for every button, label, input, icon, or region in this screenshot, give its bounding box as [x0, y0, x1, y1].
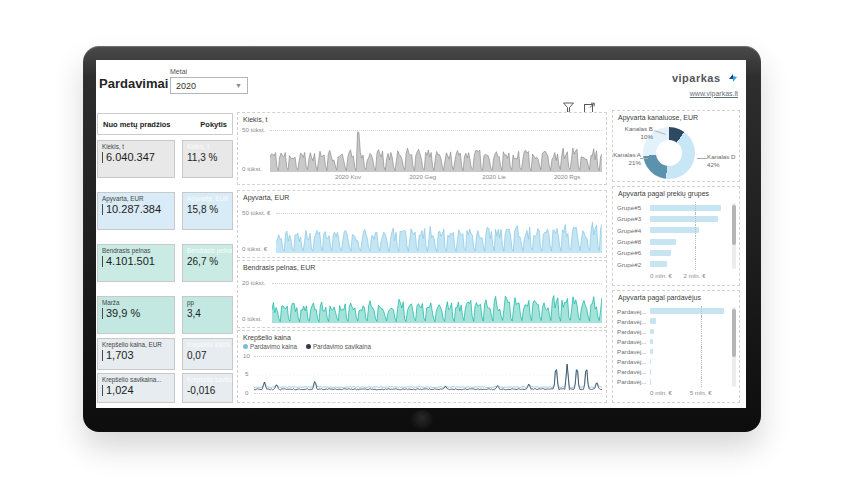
bar-category-label: Pardavėj... — [617, 318, 650, 325]
chart-pelnas-title: Bendrasis pelnas, EUR — [243, 264, 315, 271]
chart-pardavejai[interactable]: Apyvarta pagal pardavėjus Pardavėj... Pa… — [612, 290, 740, 403]
bar[interactable] — [650, 239, 676, 245]
bar[interactable] — [650, 339, 653, 345]
brand-name: viparkas — [672, 72, 721, 84]
gridline — [695, 259, 696, 270]
kpi-change-card[interactable]: pp 3,4 — [182, 296, 233, 334]
chart-krepselio-kaina[interactable]: Krepšelio kaina Pardavimo kainaPardavimo… — [237, 330, 607, 403]
bar-category-label: Grupė#3 — [617, 215, 650, 222]
bar[interactable] — [650, 349, 653, 355]
donut-label-d: Kanalas D42% — [707, 153, 741, 169]
chart-kiekis[interactable]: Kiekis, t 50 tūkst. 0 tūkst. 2020 Kov202… — [237, 112, 607, 185]
bar-category-label: Grupė#2 — [617, 261, 650, 268]
scrollbar-thumb[interactable] — [732, 205, 736, 245]
gridline — [701, 347, 702, 357]
bar-category-label: Pardavėj... — [617, 338, 650, 345]
bar-row[interactable]: Pardavėj... — [617, 326, 727, 336]
year-slicer-dropdown[interactable]: 2020 ▼ — [170, 77, 248, 94]
bar-row[interactable]: Grupė#2 — [617, 259, 727, 270]
y-axis-label: 50 tūkst. € — [242, 209, 271, 216]
chart-kanalai-donut[interactable]: Apyvarta kanaluose, EUR Kanalas B10% Kan… — [612, 110, 740, 182]
bar[interactable] — [650, 359, 651, 365]
chart-pelnas[interactable]: Bendrasis pelnas, EUR 20 tūkst. 0 tūkst. — [237, 260, 607, 328]
donut-title: Apyvarta kanaluose, EUR — [618, 114, 698, 121]
gridline — [701, 377, 702, 387]
kpi-value-card[interactable]: Kiekis, t 6.040.347 — [97, 140, 175, 178]
kpi-value-card[interactable]: Bendrasis pelnas 4.101.501 — [97, 244, 175, 282]
scrollbar-thumb[interactable] — [732, 309, 736, 357]
bar[interactable] — [650, 250, 671, 256]
kiekis-area-plot — [270, 130, 602, 172]
bar-row[interactable]: Pardavėj... — [617, 377, 727, 387]
kpi-change-value: -0,016 — [187, 385, 228, 396]
bar-category-label: Pardavėj... — [617, 368, 650, 375]
bar-category-label: Grupė#8 — [617, 238, 650, 245]
gridline — [695, 202, 696, 213]
bar-track — [650, 367, 727, 377]
kpi-row: Bendrasis pelnas 4.101.501 Bendrasis pel… — [97, 244, 233, 282]
krepselio-line-plot — [254, 356, 602, 394]
bar-row[interactable]: Pardavėj... — [617, 347, 727, 357]
grupes-title: Apyvarta pagal prekių grupes — [618, 190, 709, 197]
bar[interactable] — [650, 318, 656, 324]
kpi-value: 39,9 % — [102, 307, 170, 319]
y-axis-label: 50 tūkst. — [242, 126, 265, 133]
kpi-change-card[interactable]: Bendrasis pelnas 26,7 % — [182, 244, 233, 282]
bar-track — [650, 259, 727, 270]
bar[interactable] — [650, 308, 724, 314]
brand-block: viparkas www.viparkas.lt — [672, 68, 738, 97]
chart-apyvarta[interactable]: Apyvarta, EUR 50 tūkst. € 0 tūkst. € — [237, 190, 607, 258]
bar[interactable] — [650, 369, 651, 375]
kpi-change-card[interactable]: Krepšelio kaina 0,07 — [182, 338, 233, 370]
chart-prekiu-grupes[interactable]: Apyvarta pagal prekių grupes Grupė#5 Gru… — [612, 186, 740, 286]
bar-row[interactable]: Grupė#3 — [617, 213, 727, 224]
kpi-change-value: 15,8 % — [187, 204, 228, 215]
bar-track — [650, 347, 727, 357]
kpi-value-card[interactable]: Marža 39,9 % — [97, 296, 175, 334]
bar-row[interactable]: Grupė#6 — [617, 247, 727, 258]
kpi-change-card[interactable]: Apyvarta, EUR 15,8 % — [182, 192, 233, 230]
kpi-value-card[interactable]: Krepšelio savikaina... 1,024 — [97, 373, 175, 403]
y-axis-label: 0 — [245, 389, 248, 396]
gridline — [701, 306, 702, 316]
bar-track — [650, 357, 727, 367]
kpi-value-card[interactable]: Apyvarta, EUR 10.287.384 — [97, 192, 175, 230]
x-axis-tick: 0 mln. € — [650, 272, 672, 279]
scrollbar[interactable] — [732, 203, 736, 269]
legend-item[interactable]: Pardavimo savikaina — [306, 343, 371, 350]
gridline — [701, 357, 702, 367]
kpi-change-card[interactable]: Kiekis, t 11,3 % — [182, 140, 233, 178]
bar[interactable] — [650, 216, 718, 222]
grupes-bars: Grupė#5 Grupė#3 Grupė#4 Grupė#8 Grupė#6 … — [617, 202, 727, 270]
bar-row[interactable]: Pardavėj... — [617, 306, 727, 316]
kpi-change-value: 0,07 — [187, 350, 228, 361]
bar[interactable] — [650, 205, 721, 211]
kpi-change-card[interactable]: Krepšelio savikaina -0,016 — [182, 373, 233, 403]
legend-item[interactable]: Pardavimo kaina — [243, 343, 297, 350]
brand-website-link[interactable]: www.viparkas.lt — [672, 90, 738, 97]
year-slicer-label: Metai — [170, 68, 248, 75]
kpi-label: Apyvarta, EUR — [102, 195, 170, 202]
y-axis-label: 10 — [243, 352, 250, 359]
brand-logo-icon — [728, 69, 738, 87]
bar[interactable] — [650, 261, 667, 267]
bar-row[interactable]: Pardavėj... — [617, 367, 727, 377]
page-title: Pardavimai — [99, 76, 168, 91]
bar[interactable] — [650, 329, 654, 335]
kpi-label: Krepšelio savikaina... — [102, 376, 170, 383]
bar-row[interactable]: Pardavėj... — [617, 316, 727, 326]
bar-row[interactable]: Grupė#8 — [617, 236, 727, 247]
chevron-down-icon: ▼ — [235, 82, 242, 89]
bar-track — [650, 202, 727, 213]
bar-row[interactable]: Grupė#5 — [617, 202, 727, 213]
gridline — [695, 213, 696, 224]
bar-row[interactable]: Pardavėj... — [617, 336, 727, 346]
scrollbar[interactable] — [732, 307, 736, 387]
bar[interactable] — [650, 379, 651, 385]
dashboard-screen: Pardavimai Metai 2020 ▼ viparkas www.vip… — [96, 60, 746, 408]
year-slicer[interactable]: Metai 2020 ▼ — [170, 68, 248, 94]
bar-row[interactable]: Grupė#4 — [617, 225, 727, 236]
bar-row[interactable]: Pardavėj... — [617, 357, 727, 367]
bar[interactable] — [650, 227, 699, 233]
kpi-value-card[interactable]: Krepšelio kaina, EUR 1,703 — [97, 338, 175, 370]
